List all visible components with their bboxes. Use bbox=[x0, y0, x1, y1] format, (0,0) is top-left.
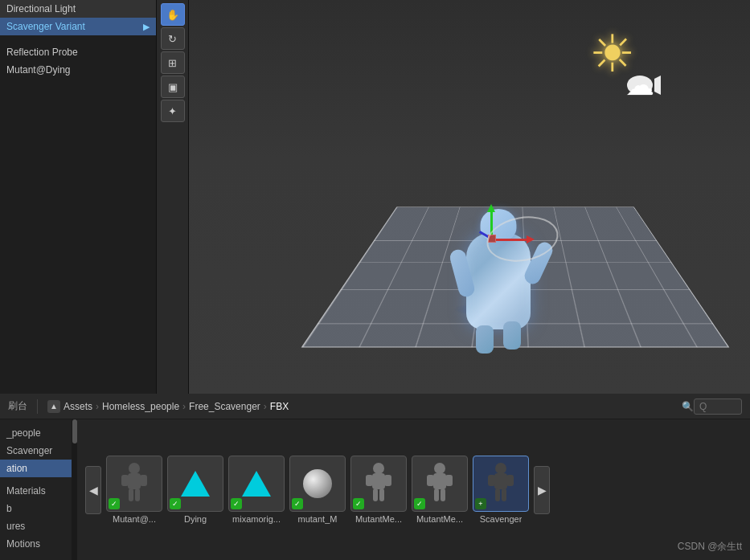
breadcrumb-scavenger[interactable]: Free_Scavenger bbox=[189, 401, 260, 412]
asset-grid: ◀ ✓ Mutant@... ✓ bbox=[77, 419, 750, 560]
breadcrumb-back-button[interactable]: ▲ bbox=[47, 400, 60, 413]
asset-label-mutant-m: mutant_M bbox=[298, 514, 338, 524]
svg-rect-9 bbox=[372, 473, 385, 489]
divider bbox=[37, 399, 38, 414]
asset-badge-mixamorig: ✓ bbox=[231, 498, 242, 509]
status-left-text: 刷台 bbox=[8, 399, 27, 413]
asset-item-mixamorig[interactable]: ✓ mixamorig... bbox=[228, 456, 285, 524]
sidebar-item-scavenger-variant[interactable]: Scavenger Variant ▶ bbox=[0, 18, 156, 35]
custom-icon: ✦ bbox=[168, 105, 177, 117]
svg-rect-13 bbox=[379, 488, 384, 501]
gizmo-y-arrow bbox=[487, 204, 495, 212]
breadcrumb-sep-2: › bbox=[182, 401, 186, 412]
rotate-tool-button[interactable]: ↻ bbox=[161, 27, 185, 50]
breadcrumb-sep-1: › bbox=[96, 401, 99, 412]
left-sidebar: Directional Light Scavenger Variant ▶ Re… bbox=[0, 0, 157, 394]
asset-label-mixamorig: mixamorig... bbox=[232, 514, 281, 524]
asset-nav-people[interactable]: _people bbox=[0, 424, 72, 442]
svg-rect-19 bbox=[441, 488, 445, 501]
scale-tool-button[interactable]: ⊞ bbox=[161, 51, 185, 74]
svg-point-14 bbox=[434, 463, 445, 474]
asset-thumb-mutant-dying[interactable]: ✓ bbox=[106, 456, 162, 512]
asset-nav-materials[interactable]: Materials bbox=[0, 482, 72, 500]
mixamorig-icon bbox=[242, 471, 271, 497]
hand-icon: ✋ bbox=[166, 9, 179, 21]
svg-marker-1 bbox=[654, 76, 661, 95]
rect-tool-button[interactable]: ▣ bbox=[161, 76, 185, 98]
asset-browser: _people Scavenger ation Materials b ures… bbox=[0, 419, 750, 560]
asset-badge-scavenger: + bbox=[475, 498, 486, 509]
svg-rect-15 bbox=[433, 473, 446, 489]
asset-nav-motions[interactable]: Motions bbox=[0, 535, 72, 553]
svg-point-2 bbox=[129, 463, 140, 474]
asset-scroll-right-button[interactable]: ▶ bbox=[534, 466, 550, 514]
asset-badge-mutant: ✓ bbox=[109, 498, 120, 509]
asset-label-scavenger: Scavenger bbox=[480, 514, 523, 524]
sidebar-item-empty bbox=[0, 35, 156, 43]
scale-icon: ⊞ bbox=[168, 57, 177, 69]
breadcrumb-assets[interactable]: Assets bbox=[64, 401, 92, 412]
svg-point-0 bbox=[627, 76, 653, 95]
dying-icon bbox=[181, 471, 210, 497]
svg-rect-16 bbox=[427, 475, 434, 486]
asset-badge-mutant-m: ✓ bbox=[292, 498, 303, 509]
asset-item-mutantme-2[interactable]: ✓ MutantMe... bbox=[412, 456, 468, 524]
sidebar-item-reflection-probe[interactable]: Reflection Probe bbox=[0, 43, 156, 61]
hand-tool-button[interactable]: ✋ bbox=[161, 3, 185, 26]
svg-rect-21 bbox=[494, 473, 507, 489]
asset-scroll-left-button[interactable]: ◀ bbox=[85, 466, 101, 514]
search-area: 🔍 bbox=[682, 399, 742, 415]
sidebar-item-mutant-dying[interactable]: Mutant@Dying bbox=[0, 61, 156, 79]
svg-rect-5 bbox=[140, 475, 147, 486]
asset-search-input[interactable] bbox=[694, 399, 742, 415]
camera-svg bbox=[625, 72, 661, 98]
main-viewport[interactable]: ☀ ☁ bbox=[189, 0, 750, 394]
asset-label-mutantme-2: MutantMe... bbox=[416, 514, 463, 524]
asset-thumb-mutantme-2[interactable]: ✓ bbox=[412, 456, 468, 512]
svg-rect-11 bbox=[384, 475, 391, 486]
watermark: CSDN @余生tt bbox=[678, 540, 742, 554]
svg-rect-25 bbox=[502, 488, 506, 501]
breadcrumb-bar: 刷台 ▲ Assets › Homeless_people › Free_Sca… bbox=[0, 394, 750, 419]
asset-nav-ures[interactable]: ures bbox=[0, 517, 72, 535]
sidebar-item-directional-light[interactable]: Directional Light bbox=[0, 0, 156, 18]
svg-rect-23 bbox=[506, 475, 514, 486]
left-toolbar: ✋ ↻ ⊞ ▣ ✦ bbox=[157, 0, 189, 394]
camera-icon: ☁ bbox=[625, 71, 666, 103]
svg-rect-7 bbox=[135, 488, 140, 501]
asset-item-mutant-m[interactable]: ✓ mutant_M bbox=[289, 456, 346, 524]
mutantme2-silhouette bbox=[424, 462, 456, 506]
asset-label-mutant: Mutant@... bbox=[113, 514, 156, 524]
search-icon: 🔍 bbox=[682, 401, 694, 412]
asset-nav-scavenger[interactable]: Scavenger bbox=[0, 442, 72, 460]
asset-item-dying[interactable]: ✓ Dying bbox=[167, 456, 223, 524]
asset-thumb-mutant-m[interactable]: ✓ bbox=[289, 456, 346, 512]
asset-nav-ation[interactable]: ation bbox=[0, 460, 72, 477]
mutant-m-sphere bbox=[303, 469, 332, 498]
svg-rect-12 bbox=[373, 488, 378, 501]
asset-thumb-scavenger[interactable]: + bbox=[473, 456, 529, 512]
breadcrumb-sep-3: › bbox=[264, 401, 267, 412]
rect-icon: ▣ bbox=[168, 81, 178, 93]
character-leg-right bbox=[503, 321, 521, 349]
svg-point-20 bbox=[495, 463, 506, 474]
asset-thumb-mutantme-1[interactable]: ✓ bbox=[350, 456, 407, 512]
breadcrumb-fbx[interactable]: FBX bbox=[270, 401, 289, 412]
rotate-icon: ↻ bbox=[168, 33, 177, 45]
svg-rect-4 bbox=[121, 475, 129, 486]
mutant-silhouette bbox=[118, 462, 150, 506]
asset-thumb-dying[interactable]: ✓ bbox=[167, 456, 223, 512]
custom-tool-button[interactable]: ✦ bbox=[161, 100, 185, 122]
asset-label-dying: Dying bbox=[184, 514, 207, 524]
character-leg-left bbox=[476, 325, 494, 354]
asset-item-mutantme-1[interactable]: ✓ MutantMe... bbox=[350, 456, 407, 524]
asset-item-mutant-dying[interactable]: ✓ Mutant@... bbox=[106, 456, 162, 524]
svg-rect-6 bbox=[129, 488, 133, 501]
svg-rect-17 bbox=[445, 475, 453, 486]
svg-rect-10 bbox=[366, 475, 373, 486]
asset-badge-mutantme-1: ✓ bbox=[353, 498, 364, 509]
breadcrumb-homeless[interactable]: Homeless_people bbox=[102, 401, 179, 412]
asset-thumb-mixamorig[interactable]: ✓ bbox=[228, 456, 285, 512]
asset-item-scavenger[interactable]: + Scavenger bbox=[473, 456, 529, 524]
asset-nav-b[interactable]: b bbox=[0, 500, 72, 517]
